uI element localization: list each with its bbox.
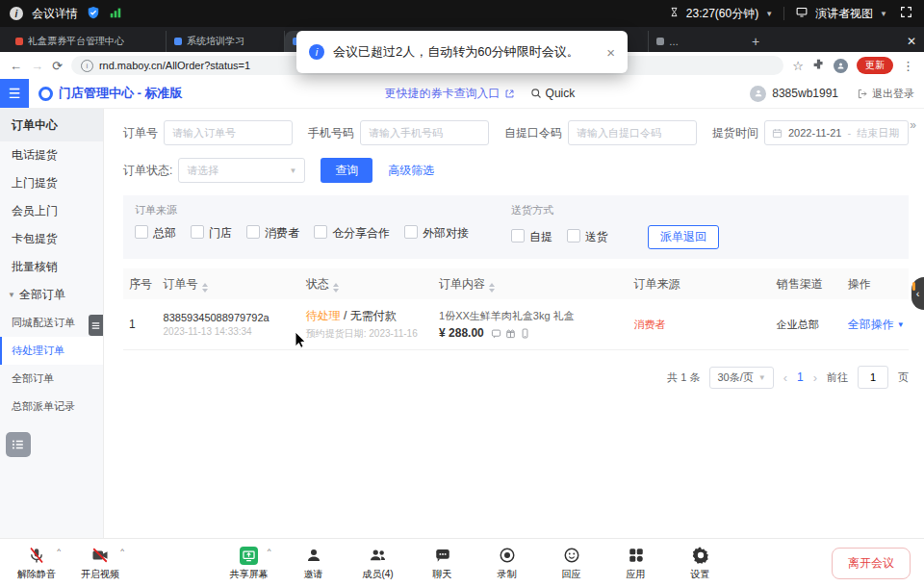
dispatch-return-button[interactable]: 派单退回: [648, 225, 719, 249]
network-signal-icon[interactable]: [109, 6, 122, 22]
mobile-icon[interactable]: [520, 328, 530, 339]
browser-menu-icon[interactable]: ⋮: [902, 59, 914, 73]
all-actions-dropdown[interactable]: 全部操作 ▼: [848, 317, 909, 333]
order-number[interactable]: 83859345088979792a: [164, 312, 306, 323]
col-order-no[interactable]: 订单号: [164, 276, 306, 293]
browser-tab[interactable]: …: [649, 31, 745, 52]
checkbox-hq[interactable]: 总部: [135, 225, 176, 242]
window-close-icon[interactable]: ✕: [907, 31, 916, 52]
site-info-icon[interactable]: i: [81, 60, 93, 72]
sidebar-item-member-visit[interactable]: 会员上门: [0, 197, 103, 225]
sidebar-collapse-handle[interactable]: [89, 315, 103, 336]
sidebar-item-hq-dispatch-log[interactable]: 总部派单记录: [0, 393, 103, 421]
gift-icon[interactable]: [505, 328, 516, 339]
logout-button[interactable]: 退出登录: [858, 87, 914, 101]
col-status[interactable]: 状态: [306, 276, 439, 293]
view-caret-icon[interactable]: ▼: [880, 10, 887, 18]
checkbox-icon[interactable]: [511, 229, 525, 242]
leave-meeting-button[interactable]: 离开会议: [832, 548, 911, 579]
sidebar-item-card-pickup[interactable]: 卡包提货: [0, 225, 103, 253]
mic-options-chevron[interactable]: ^: [57, 547, 61, 555]
sort-icon[interactable]: [202, 283, 208, 293]
phone-label: 手机号码: [308, 125, 354, 141]
timer-caret-icon[interactable]: ▼: [765, 10, 773, 18]
sidebar-item-batch-verify[interactable]: 批量核销: [0, 253, 103, 281]
floating-list-button[interactable]: [6, 432, 31, 457]
members-button[interactable]: 成员(4): [353, 546, 403, 581]
fullscreen-icon[interactable]: [900, 6, 912, 21]
reaction-label: 回应: [562, 568, 581, 581]
chat-button[interactable]: 聊天: [418, 546, 468, 581]
bookmark-star-icon[interactable]: ☆: [792, 59, 804, 73]
view-mode-label[interactable]: 演讲者视图: [815, 6, 873, 22]
prev-page-icon[interactable]: ‹: [783, 370, 787, 385]
sort-icon[interactable]: [489, 283, 495, 293]
advanced-filter-link[interactable]: 高级筛选: [388, 163, 434, 179]
current-page[interactable]: 1: [797, 370, 804, 384]
code-input[interactable]: [568, 120, 697, 145]
col-content[interactable]: 订单内容: [439, 276, 634, 293]
share-screen-button[interactable]: ^ 共享屏幕: [224, 546, 274, 581]
checkbox-icon[interactable]: [314, 225, 327, 239]
date-range-picker[interactable]: 2022-11-21 - 结束日期: [764, 120, 909, 145]
checkbox-delivery[interactable]: 送货: [567, 229, 608, 245]
meeting-details-label[interactable]: 会议详情: [32, 6, 78, 22]
share-options-chevron[interactable]: ^: [268, 547, 271, 555]
source-badge: 消费者: [634, 319, 666, 330]
sidebar-item-city-delivery[interactable]: 同城配送订单: [0, 309, 103, 337]
checkbox-icon[interactable]: [567, 229, 580, 242]
toast-close-icon[interactable]: ×: [606, 44, 615, 61]
checkbox-icon[interactable]: [404, 225, 418, 239]
user-avatar-icon[interactable]: [750, 86, 766, 102]
order-no-input[interactable]: [164, 120, 293, 145]
sidebar-item-phone-pickup[interactable]: 电话提货: [0, 141, 103, 169]
checkbox-external[interactable]: 外部对接: [404, 225, 469, 242]
panel-toggle-tab[interactable]: ‹: [911, 277, 924, 310]
start-video-button[interactable]: ^ 开启视频: [73, 546, 127, 581]
invite-button[interactable]: 邀请: [289, 546, 339, 581]
forward-icon[interactable]: →: [31, 59, 43, 73]
table-row[interactable]: 1 83859345088979792a 2023-11-13 14:33:34…: [123, 299, 909, 350]
checkbox-warehouse-coop[interactable]: 仓分享合作: [314, 225, 390, 242]
next-page-icon[interactable]: ›: [813, 370, 817, 385]
browser-tab[interactable]: 系统培训学习: [167, 31, 285, 52]
reaction-button[interactable]: 回应: [547, 546, 597, 581]
record-button[interactable]: 录制: [482, 546, 532, 581]
status-select[interactable]: 请选择 ▼: [178, 158, 305, 183]
sort-icon[interactable]: [333, 283, 339, 293]
browser-update-button[interactable]: 更新: [857, 57, 893, 74]
sidebar-group-all-orders[interactable]: ▼ 全部订单: [0, 281, 103, 309]
settings-button[interactable]: 设置: [676, 546, 726, 581]
new-tab-button[interactable]: +: [745, 31, 766, 52]
profile-avatar-icon[interactable]: [834, 59, 848, 73]
extensions-puzzle-icon[interactable]: [812, 58, 825, 73]
browser-tab[interactable]: 礼盒票券平台管理中心: [8, 31, 167, 52]
checkbox-icon[interactable]: [246, 225, 260, 239]
checkbox-icon[interactable]: [135, 225, 148, 239]
page-size-select[interactable]: 30条/页 ▼: [709, 367, 773, 389]
message-icon[interactable]: [491, 328, 501, 339]
checkbox-store[interactable]: 门店: [191, 225, 232, 242]
quick-search-button[interactable]: Quick: [530, 87, 576, 100]
checkbox-consumer[interactable]: 消费者: [246, 225, 299, 242]
unmute-button[interactable]: ^ 解除静音: [10, 546, 64, 581]
checkbox-icon[interactable]: [191, 225, 204, 239]
collapse-chevrons-icon[interactable]: »: [910, 118, 916, 132]
security-shield-icon[interactable]: [87, 6, 100, 22]
phone-input[interactable]: [360, 120, 489, 145]
checkbox-self-pickup[interactable]: 自提: [511, 229, 552, 245]
sidebar-item-door-pickup[interactable]: 上门提货: [0, 169, 103, 197]
video-options-chevron[interactable]: ^: [120, 547, 124, 555]
app-menu-button[interactable]: ☰: [0, 79, 29, 108]
quick-entry-link[interactable]: 更快捷的券卡查询入口: [385, 86, 515, 102]
goto-page-input[interactable]: [858, 366, 888, 389]
username[interactable]: 8385wb1991: [772, 87, 838, 100]
sidebar-item-all-orders[interactable]: 全部订单: [0, 365, 103, 393]
meeting-info-icon[interactable]: i: [10, 7, 23, 20]
sidebar-item-pending-orders[interactable]: 待处理订单: [0, 337, 103, 365]
apps-button[interactable]: 应用: [611, 546, 661, 581]
back-icon[interactable]: ←: [10, 59, 22, 73]
reload-icon[interactable]: ⟳: [52, 59, 63, 73]
group-caret-icon: ▼: [8, 291, 15, 299]
search-button[interactable]: 查询: [321, 158, 372, 183]
